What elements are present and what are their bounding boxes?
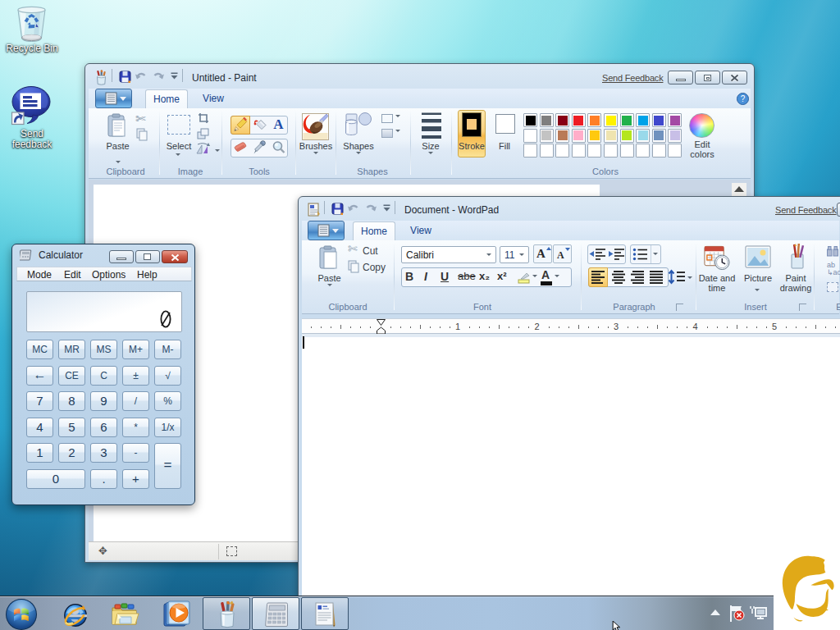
svg-text:?: ? (741, 94, 746, 103)
